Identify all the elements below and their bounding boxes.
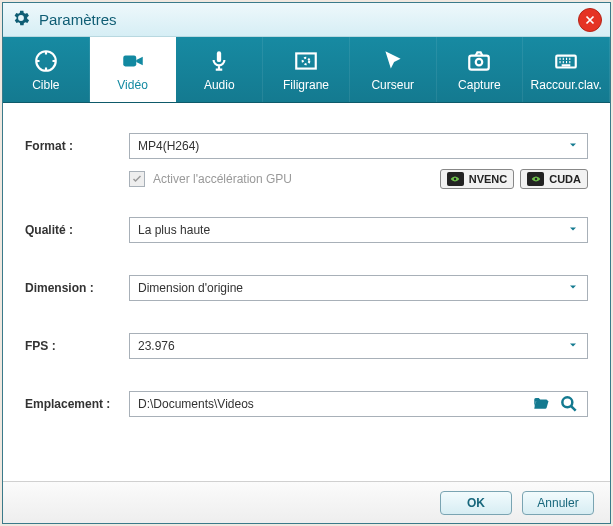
chevron-down-icon: [567, 281, 579, 296]
row-qualite: Qualité : La plus haute: [25, 217, 588, 243]
select-qualite[interactable]: La plus haute: [129, 217, 588, 243]
open-folder-button[interactable]: [527, 395, 555, 413]
gear-icon: [11, 8, 31, 31]
gpu-checkbox[interactable]: [129, 171, 145, 187]
chevron-down-icon: [567, 223, 579, 238]
select-fps[interactable]: 23.976: [129, 333, 588, 359]
nvidia-eye-icon: [527, 172, 544, 186]
select-value: Dimension d'origine: [138, 281, 243, 295]
badge-cuda: CUDA: [520, 169, 588, 189]
chevron-down-icon: [567, 139, 579, 154]
cancel-button[interactable]: Annuler: [522, 491, 594, 515]
footer: OK Annuler: [3, 481, 610, 523]
select-value: MP4(H264): [138, 139, 199, 153]
row-emplacement: Emplacement : D:\Documents\Videos: [25, 391, 588, 417]
row-fps: FPS : 23.976: [25, 333, 588, 359]
tab-label: Audio: [204, 78, 235, 92]
chevron-down-icon: [567, 339, 579, 354]
tab-video[interactable]: Vidéo: [90, 37, 177, 102]
label-format: Format :: [25, 139, 129, 153]
svg-rect-5: [470, 55, 490, 69]
label-fps: FPS :: [25, 339, 129, 353]
select-format[interactable]: MP4(H264): [129, 133, 588, 159]
tab-cible[interactable]: Cible: [3, 37, 90, 102]
tab-raccourcis[interactable]: Raccour.clav.: [523, 37, 610, 102]
tab-audio[interactable]: Audio: [176, 37, 263, 102]
row-dimension: Dimension : Dimension d'origine: [25, 275, 588, 301]
browse-button[interactable]: [555, 394, 583, 414]
path-text: D:\Documents\Videos: [138, 397, 527, 411]
row-format: Format : MP4(H264): [25, 133, 588, 159]
tab-label: Raccour.clav.: [531, 78, 602, 92]
label-emplacement: Emplacement :: [25, 397, 129, 411]
tab-label: Vidéo: [117, 78, 147, 92]
close-button[interactable]: [578, 8, 602, 32]
select-value: La plus haute: [138, 223, 210, 237]
button-label: OK: [467, 496, 485, 510]
tab-label: Curseur: [371, 78, 414, 92]
badge-label: NVENC: [469, 173, 508, 185]
window-title: Paramètres: [39, 11, 117, 28]
svg-point-4: [303, 57, 310, 64]
svg-rect-1: [123, 55, 136, 66]
tab-curseur[interactable]: Curseur: [350, 37, 437, 102]
button-label: Annuler: [537, 496, 578, 510]
tabs: Cible Vidéo Audio Filigrane Curseur Capt…: [3, 37, 610, 103]
settings-window: Paramètres Cible Vidéo Audio Filigrane C…: [2, 2, 611, 524]
row-gpu: Activer l'accélération GPU NVENC CUDA: [129, 169, 588, 189]
tab-filigrane[interactable]: Filigrane: [263, 37, 350, 102]
svg-rect-2: [217, 51, 221, 62]
select-value: 23.976: [138, 339, 175, 353]
titlebar: Paramètres: [3, 3, 610, 37]
tab-label: Cible: [32, 78, 59, 92]
path-input[interactable]: D:\Documents\Videos: [129, 391, 588, 417]
label-qualite: Qualité :: [25, 223, 129, 237]
content-panel: Format : MP4(H264) Activer l'accélératio…: [3, 103, 610, 481]
svg-rect-3: [296, 53, 316, 68]
svg-point-8: [562, 397, 572, 407]
ok-button[interactable]: OK: [440, 491, 512, 515]
badge-nvenc: NVENC: [440, 169, 515, 189]
tab-capture[interactable]: Capture: [437, 37, 524, 102]
badge-label: CUDA: [549, 173, 581, 185]
label-dimension: Dimension :: [25, 281, 129, 295]
tab-label: Filigrane: [283, 78, 329, 92]
gpu-checkbox-label: Activer l'accélération GPU: [153, 172, 292, 186]
select-dimension[interactable]: Dimension d'origine: [129, 275, 588, 301]
svg-point-6: [476, 58, 483, 65]
tab-label: Capture: [458, 78, 501, 92]
nvidia-eye-icon: [447, 172, 464, 186]
gpu-badges: NVENC CUDA: [440, 169, 588, 189]
